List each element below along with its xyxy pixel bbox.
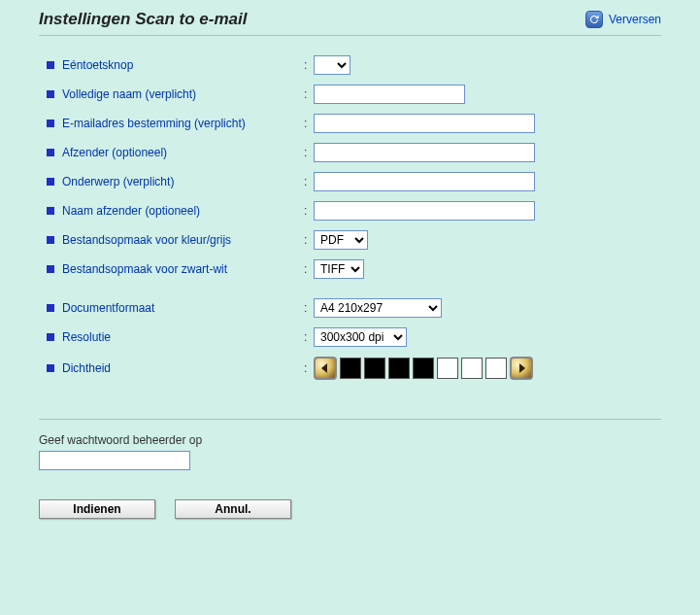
colon: : (304, 146, 314, 159)
refresh-label: Verversen (609, 13, 661, 26)
density-level-5[interactable] (437, 358, 458, 379)
full-name-input[interactable] (314, 85, 465, 104)
label-doc-format: Documentformaat (62, 301, 154, 315)
colon: : (304, 175, 314, 188)
density-decrease-button[interactable] (314, 357, 337, 380)
bullet-icon (47, 61, 54, 69)
dest-email-input[interactable] (314, 114, 535, 133)
bullet-icon (47, 149, 54, 156)
resolution-select[interactable]: 300x300 dpi (314, 327, 407, 347)
label-sender: Afzender (optioneel) (62, 146, 167, 159)
bullet-icon (47, 364, 54, 372)
density-level-4[interactable] (413, 358, 434, 379)
label-format-color: Bestandsopmaak voor kleur/grijs (62, 233, 231, 247)
density-level-6[interactable] (461, 358, 483, 379)
label-subject: Onderwerp (verplicht) (62, 175, 174, 188)
colon: : (304, 262, 314, 276)
colon: : (304, 330, 314, 344)
submit-button[interactable]: Indienen (39, 499, 155, 519)
bullet-icon (47, 120, 54, 127)
bullet-icon (47, 333, 54, 341)
password-label: Geef wachtwoord beheerder op (39, 433, 661, 447)
refresh-icon (585, 11, 603, 28)
sender-input[interactable] (314, 143, 535, 162)
format-bw-select[interactable]: TIFF (314, 259, 364, 279)
label-density: Dichtheid (62, 361, 111, 375)
format-color-select[interactable]: PDF (314, 230, 368, 250)
density-level-7[interactable] (485, 358, 507, 379)
refresh-link[interactable]: Verversen (585, 11, 661, 28)
density-increase-button[interactable] (510, 357, 533, 380)
bullet-icon (47, 236, 54, 244)
label-dest-email: E-mailadres bestemming (verplicht) (62, 117, 246, 130)
colon: : (304, 233, 314, 247)
label-format-bw: Bestandsopmaak voor zwart-wit (62, 262, 227, 276)
label-full-name: Volledige naam (verplicht) (62, 87, 196, 101)
page-title: Instellingen Scan to e-mail (39, 10, 247, 29)
colon: : (304, 117, 314, 130)
divider (39, 419, 661, 420)
subject-input[interactable] (314, 172, 535, 191)
label-one-touch: Eéntoetsknop (62, 58, 133, 72)
colon: : (304, 301, 314, 315)
bullet-icon (47, 265, 54, 273)
density-level-2[interactable] (364, 358, 385, 379)
colon: : (304, 58, 314, 72)
sender-name-input[interactable] (314, 201, 535, 221)
doc-format-select[interactable]: A4 210x297 (314, 298, 442, 318)
density-level-3[interactable] (388, 358, 410, 379)
bullet-icon (47, 207, 54, 215)
colon: : (304, 204, 314, 218)
density-level-1[interactable] (340, 358, 361, 379)
bullet-icon (47, 304, 54, 312)
colon: : (304, 87, 314, 101)
label-sender-name: Naam afzender (optioneel) (62, 204, 200, 218)
one-touch-select[interactable] (314, 55, 350, 75)
cancel-button[interactable]: Annul. (175, 499, 291, 519)
admin-password-input[interactable] (39, 451, 190, 470)
bullet-icon (47, 178, 54, 186)
bullet-icon (47, 90, 54, 98)
colon: : (304, 361, 314, 375)
label-resolution: Resolutie (62, 330, 111, 344)
